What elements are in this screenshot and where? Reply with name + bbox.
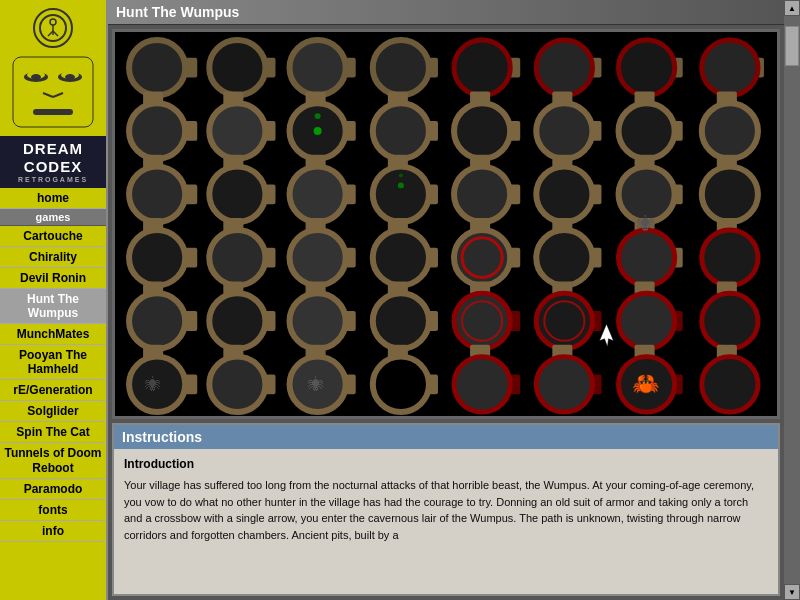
sidebar: DREAM CODEX RETROGAMES home games Cartou…	[0, 0, 108, 600]
game-area[interactable]: 🕷	[112, 29, 780, 419]
sidebar-item-pooyan[interactable]: Pooyan The Hamheld	[0, 345, 106, 380]
logo-line2: CODEX	[2, 158, 104, 176]
svg-point-122	[129, 293, 185, 348]
svg-point-53	[454, 103, 510, 158]
scroll-down-button[interactable]: ▼	[784, 584, 800, 600]
dreamcodex-logo: DREAM CODEX RETROGAMES	[0, 136, 106, 188]
intro-heading: Introduction	[124, 457, 768, 471]
page-title: Hunt The Wumpus	[116, 4, 239, 20]
svg-point-131	[702, 293, 758, 348]
svg-point-28	[454, 40, 510, 95]
svg-point-50	[314, 127, 322, 135]
svg-point-97	[129, 230, 185, 285]
info-panel: Instructions Introduction Your village h…	[112, 423, 780, 596]
logo-circle	[33, 8, 73, 48]
svg-point-76	[398, 182, 404, 188]
svg-point-99	[290, 230, 346, 285]
sidebar-item-home[interactable]: home	[0, 188, 106, 209]
sidebar-item-regeneration[interactable]: rE/Generation	[0, 380, 106, 401]
svg-point-81	[702, 167, 758, 222]
svg-rect-14	[33, 109, 73, 115]
sidebar-item-paramodo[interactable]: Paramodo	[0, 479, 106, 500]
svg-point-27	[373, 40, 429, 95]
svg-point-55	[619, 103, 675, 158]
svg-text:🕷: 🕷	[145, 376, 161, 393]
svg-point-124	[290, 293, 346, 348]
logo-line1: DREAM	[2, 140, 104, 158]
svg-point-25	[209, 40, 265, 95]
svg-point-125	[373, 293, 429, 348]
sidebar-item-tunnels-of-doom[interactable]: Tunnels of Doom Reboot	[0, 443, 106, 479]
sidebar-item-devil-ronin[interactable]: Devil Ronin	[0, 268, 106, 289]
sidebar-item-cartouche[interactable]: Cartouche	[0, 226, 106, 247]
svg-point-123	[209, 293, 265, 348]
svg-text:🕷: 🕷	[308, 376, 324, 393]
svg-point-47	[129, 103, 185, 158]
intro-text: Your village has suffered too long from …	[124, 477, 768, 543]
sidebar-item-fonts[interactable]: fonts	[0, 500, 106, 521]
title-bar: Hunt The Wumpus	[108, 0, 784, 25]
svg-text:🦀: 🦀	[632, 370, 660, 397]
scroll-up-button[interactable]: ▲	[784, 0, 800, 16]
svg-point-78	[454, 167, 510, 222]
sidebar-item-munchmates[interactable]: MunchMates	[0, 324, 106, 345]
svg-point-79	[536, 167, 592, 222]
scroll-track[interactable]	[784, 16, 800, 584]
svg-point-29	[536, 40, 592, 95]
svg-point-130	[619, 293, 675, 348]
svg-point-72	[129, 167, 185, 222]
scrollbar[interactable]: ▲ ▼	[784, 0, 800, 600]
sidebar-item-info[interactable]: info	[0, 521, 106, 542]
tunnel-svg: 🕷	[115, 32, 777, 416]
info-panel-title: Instructions	[114, 425, 778, 449]
svg-point-156	[536, 357, 592, 412]
svg-point-11	[65, 74, 75, 80]
logo-area	[0, 0, 106, 136]
svg-point-30	[619, 40, 675, 95]
svg-point-1	[50, 19, 56, 25]
svg-point-10	[31, 74, 41, 80]
svg-point-100	[373, 230, 429, 285]
sidebar-item-hunt-the-wumpus[interactable]: Hunt The Wumpus	[0, 289, 106, 324]
scroll-thumb[interactable]	[785, 26, 799, 66]
svg-point-98	[209, 230, 265, 285]
sidebar-item-solglider[interactable]: Solglider	[0, 401, 106, 422]
sidebar-item-chirality[interactable]: Chirality	[0, 247, 106, 268]
svg-point-152	[373, 357, 429, 412]
svg-point-24	[129, 40, 185, 95]
svg-point-77	[399, 174, 403, 178]
sidebar-section-games: games	[0, 209, 106, 226]
svg-point-157	[702, 357, 758, 412]
main-content: Hunt The Wumpus	[108, 0, 784, 600]
svg-point-52	[373, 103, 429, 158]
svg-point-105	[702, 230, 758, 285]
svg-text:🕷: 🕷	[637, 214, 655, 234]
svg-point-153	[454, 357, 510, 412]
logo-face	[4, 52, 102, 132]
logo-sub: RETROGAMES	[2, 176, 104, 184]
svg-rect-15	[115, 32, 777, 416]
svg-point-54	[536, 103, 592, 158]
svg-point-26	[290, 40, 346, 95]
svg-point-31	[702, 40, 758, 95]
svg-point-56	[702, 103, 758, 158]
svg-point-73	[209, 167, 265, 222]
svg-point-103	[536, 230, 592, 285]
sidebar-item-spin-the-cat[interactable]: Spin The Cat	[0, 422, 106, 443]
svg-point-48	[209, 103, 265, 158]
svg-point-149	[209, 357, 265, 412]
svg-rect-5	[13, 57, 93, 127]
svg-point-74	[290, 167, 346, 222]
svg-point-51	[315, 113, 321, 119]
svg-point-104	[619, 230, 675, 285]
